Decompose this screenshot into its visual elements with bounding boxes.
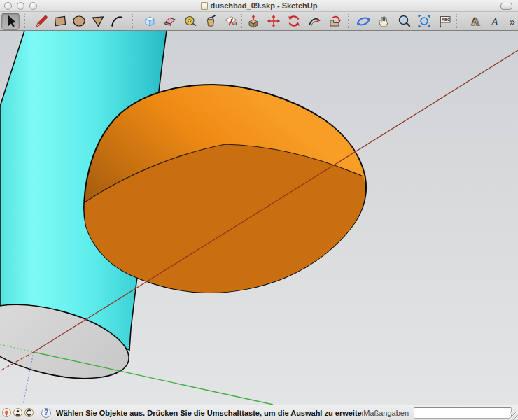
make-component-tool-button[interactable] (139, 13, 160, 30)
paint-bucket-tool-button[interactable] (200, 13, 220, 30)
component-box-icon (142, 13, 158, 29)
section-plane-tool-button[interactable] (220, 13, 241, 30)
claim-credit-status-icon[interactable] (24, 408, 34, 417)
status-separator (38, 407, 38, 419)
status-bar: ? Wählen Sie Objekte aus. Drücken Sie di… (0, 405, 518, 420)
offset-tool-button[interactable] (324, 13, 344, 30)
tape-measure-icon (183, 13, 198, 29)
offset-icon (327, 13, 342, 29)
eraser-icon (162, 13, 178, 29)
status-hint-text: Wählen Sie Objekte aus. Drücken Sie die … (56, 409, 363, 417)
paint-bucket-icon (203, 13, 218, 29)
polygon-icon (90, 13, 106, 29)
toolbar-overflow-button[interactable]: » (507, 15, 518, 27)
3d-text-icon: A A (467, 13, 482, 29)
zoom-extents-tool-button[interactable] (414, 13, 434, 30)
line-tool-button[interactable] (31, 13, 50, 30)
pan-hand-icon (376, 13, 391, 29)
rectangle-icon (52, 13, 68, 29)
push-pull-icon (246, 13, 261, 29)
3d-text-tool-button[interactable]: A A (464, 13, 484, 30)
viewport-canvas[interactable] (0, 31, 518, 405)
zoom-tool-button[interactable] (393, 13, 414, 30)
credit-attribution-status-icon[interactable] (13, 408, 22, 417)
rotate-icon (286, 13, 302, 29)
zoom-extents-icon (416, 13, 432, 29)
move-icon (266, 13, 281, 29)
text-tool-button[interactable]: A (484, 13, 505, 30)
toolbar-toggle-button[interactable] (500, 3, 512, 10)
pan-tool-button[interactable] (373, 13, 393, 30)
svg-text:ABC: ABC (442, 18, 450, 22)
toolbar-separator (24, 14, 25, 28)
text-a-icon: A (487, 13, 503, 29)
svg-text:A: A (491, 15, 498, 27)
help-button[interactable]: ? (41, 408, 51, 418)
toolbar-separator (241, 14, 242, 28)
orbit-tool-button[interactable] (353, 13, 373, 30)
circle-tool-button[interactable] (69, 13, 88, 30)
rectangle-tool-button[interactable] (50, 13, 69, 30)
arc-tool-button[interactable] (107, 13, 126, 30)
tape-measure-tool-button[interactable] (180, 13, 200, 30)
document-icon (201, 2, 208, 10)
select-cursor-icon (3, 13, 18, 29)
circle-icon (71, 13, 87, 29)
toolbar-separator (348, 14, 349, 28)
geolocation-status-icon[interactable] (2, 408, 11, 417)
zoom-magnifier-icon (396, 13, 412, 29)
measurements-input[interactable] (414, 407, 512, 419)
sketchup-window: duschbad_09.skp - SketchUp (0, 0, 518, 420)
arc-icon (109, 13, 125, 29)
resize-grip[interactable] (509, 411, 518, 420)
section-plane-icon (223, 13, 239, 29)
polygon-tool-button[interactable] (88, 13, 107, 30)
window-title: duschbad_09.skp - SketchUp (0, 1, 518, 10)
text-label-tool-button[interactable]: ABC (434, 13, 454, 30)
toolbar-separator (456, 14, 457, 28)
move-tool-button[interactable] (263, 13, 284, 30)
select-tool-button[interactable] (1, 13, 20, 30)
pencil-icon (34, 13, 49, 29)
toolbar-separator (132, 14, 133, 28)
orbit-icon (356, 13, 371, 29)
viewport[interactable] (0, 31, 518, 405)
abc-flag-icon: ABC (437, 13, 452, 29)
push-pull-tool-button[interactable] (243, 13, 263, 30)
toolbar: ABC A A A » (0, 12, 518, 31)
rotate-tool-button[interactable] (284, 13, 304, 30)
eraser-tool-button[interactable] (160, 13, 180, 30)
follow-me-tool-button[interactable] (304, 13, 324, 30)
svg-text:A: A (470, 15, 479, 27)
follow-me-icon (307, 13, 322, 29)
measurements-label: Maßangaben (363, 409, 409, 417)
title-bar: duschbad_09.skp - SketchUp (0, 0, 518, 12)
